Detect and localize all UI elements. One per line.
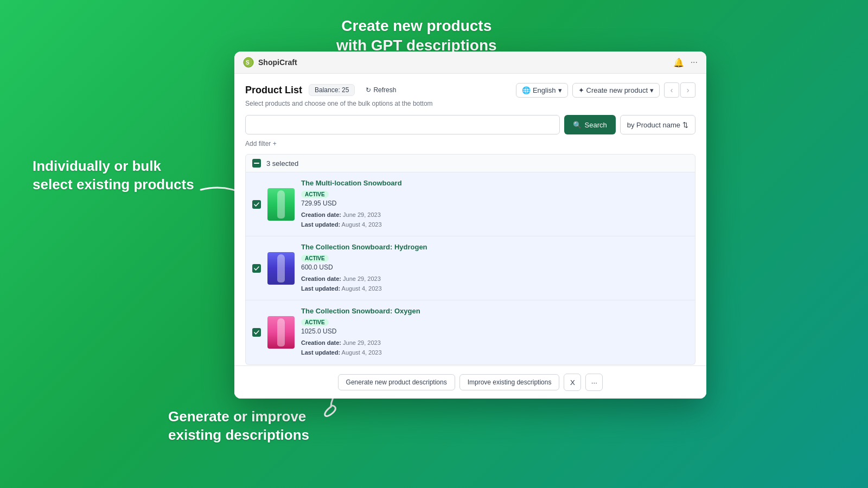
refresh-icon: ↻ [366, 86, 371, 94]
product-price-1: 729.95 USD [301, 200, 688, 207]
annotation-bottom-line2: existing descriptions [168, 427, 309, 443]
search-input[interactable] [245, 115, 560, 134]
balance-label: Balance: 25 [315, 86, 349, 94]
search-row: 🔍 Search by Product name ⇅ [245, 115, 695, 134]
product-checkbox-3[interactable] [252, 328, 261, 337]
product-name-3: The Collection Snowboard: Oxygen [301, 307, 688, 315]
create-new-button[interactable]: ✦ Create new product ▾ [572, 83, 660, 98]
product-name-2: The Collection Snowboard: Hydrogen [301, 243, 688, 251]
header-right: 🌐 English ▾ ✦ Create new product ▾ ‹ › [516, 82, 695, 98]
selected-count: 3 selected [266, 159, 298, 168]
prev-button[interactable]: ‹ [664, 82, 679, 98]
chevron-down-icon-2: ▾ [650, 86, 654, 94]
chevron-down-icon: ▾ [558, 86, 562, 94]
annotation-top-line1: Create new products [341, 17, 492, 34]
select-all-checkbox[interactable] [252, 159, 261, 168]
product-meta-1: Creation date: June 29, 2023 Last update… [301, 210, 688, 229]
last-updated-3: August 4, 2023 [342, 349, 382, 356]
product-info-3: The Collection Snowboard: Oxygen ACTIVE … [301, 307, 688, 357]
sort-label: by Product name [627, 121, 680, 129]
search-icon: 🔍 [573, 121, 582, 129]
title-bar: S ShopiCraft 🔔 ··· [234, 52, 706, 74]
svg-text:S: S [246, 60, 250, 66]
product-info-1: The Multi-location Snowboard ACTIVE 729.… [301, 179, 688, 229]
generate-descriptions-button[interactable]: Generate new product descriptions [338, 374, 455, 390]
app-title: ShopiCraft [258, 58, 297, 67]
more-label: ··· [591, 378, 597, 387]
product-meta-3: Creation date: June 29, 2023 Last update… [301, 338, 688, 357]
product-image-2 [267, 252, 295, 285]
language-button[interactable]: 🌐 English ▾ [516, 83, 568, 98]
product-info-2: The Collection Snowboard: Hydrogen ACTIV… [301, 243, 688, 293]
create-new-label: Create new product [586, 86, 648, 94]
refresh-button[interactable]: ↻ Refresh [361, 85, 400, 95]
product-image-3 [267, 316, 295, 349]
last-updated-2: August 4, 2023 [342, 285, 382, 292]
balance-badge: Balance: 25 [309, 84, 355, 96]
annotation-left-line2: select existing products [33, 176, 194, 192]
status-badge-1: ACTIVE [301, 191, 329, 198]
header-left: Product List Balance: 25 ↻ Refresh [245, 84, 400, 96]
table-row: The Collection Snowboard: Hydrogen ACTIV… [245, 236, 695, 300]
annotation-left: Individually or bulk select existing pro… [33, 157, 194, 194]
table-header: 3 selected [245, 154, 695, 172]
search-button-label: Search [585, 121, 607, 129]
status-badge-2: ACTIVE [301, 255, 329, 262]
product-image-1 [267, 188, 295, 221]
next-button[interactable]: › [680, 82, 695, 98]
sort-icon: ⇅ [682, 121, 688, 129]
nav-arrows: ‹ › [664, 82, 695, 98]
table-row: The Collection Snowboard: Oxygen ACTIVE … [245, 300, 695, 364]
last-updated-1: August 4, 2023 [342, 221, 382, 228]
content-area: Product List Balance: 25 ↻ Refresh 🌐 Eng… [234, 74, 706, 395]
page-title: Product List [245, 85, 302, 96]
bell-icon[interactable]: 🔔 [673, 57, 684, 68]
product-checkbox-2[interactable] [252, 264, 261, 273]
product-name-1: The Multi-location Snowboard [301, 179, 688, 187]
creation-date-3: June 29, 2023 [343, 339, 381, 346]
add-filter-button[interactable]: Add filter + [245, 140, 277, 147]
header-row: Product List Balance: 25 ↻ Refresh 🌐 Eng… [245, 82, 695, 98]
product-price-3: 1025.0 USD [301, 328, 688, 335]
language-label: English [533, 86, 556, 94]
close-label: X [570, 378, 575, 387]
product-checkbox-1[interactable] [252, 200, 261, 209]
table-row: The Multi-location Snowboard ACTIVE 729.… [245, 172, 695, 236]
more-actions-button[interactable]: ··· [585, 374, 603, 391]
sort-button[interactable]: by Product name ⇅ [620, 115, 695, 134]
bottom-action-bar: Generate new product descriptions Improv… [234, 365, 706, 399]
shopify-icon: S [243, 57, 254, 68]
plus-icon: ✦ [578, 86, 584, 94]
filter-row: Add filter + [245, 140, 695, 147]
title-bar-right: 🔔 ··· [673, 57, 698, 68]
creation-date-1: June 29, 2023 [343, 211, 381, 218]
close-bulk-button[interactable]: X [564, 374, 581, 391]
subtitle: Select products and choose one of the bu… [245, 100, 695, 107]
more-icon[interactable]: ··· [691, 57, 698, 67]
search-button[interactable]: 🔍 Search [564, 115, 616, 134]
product-price-2: 600.0 USD [301, 264, 688, 271]
status-badge-3: ACTIVE [301, 319, 329, 326]
app-window: S ShopiCraft 🔔 ··· Product List Balance:… [234, 52, 706, 399]
refresh-label: Refresh [373, 86, 396, 94]
product-meta-2: Creation date: June 29, 2023 Last update… [301, 274, 688, 293]
translate-icon: 🌐 [522, 86, 531, 94]
annotation-left-line1: Individually or bulk [33, 158, 161, 174]
creation-date-2: June 29, 2023 [343, 275, 381, 282]
annotation-bottom: Generate or improve existing description… [168, 408, 309, 445]
svg-rect-2 [254, 163, 259, 164]
improve-descriptions-button[interactable]: Improve existing descriptions [459, 374, 560, 390]
annotation-bottom-line1: Generate or improve [168, 408, 306, 425]
title-bar-left: S ShopiCraft [243, 57, 297, 68]
annotation-top: Create new products with GPT description… [336, 16, 497, 56]
